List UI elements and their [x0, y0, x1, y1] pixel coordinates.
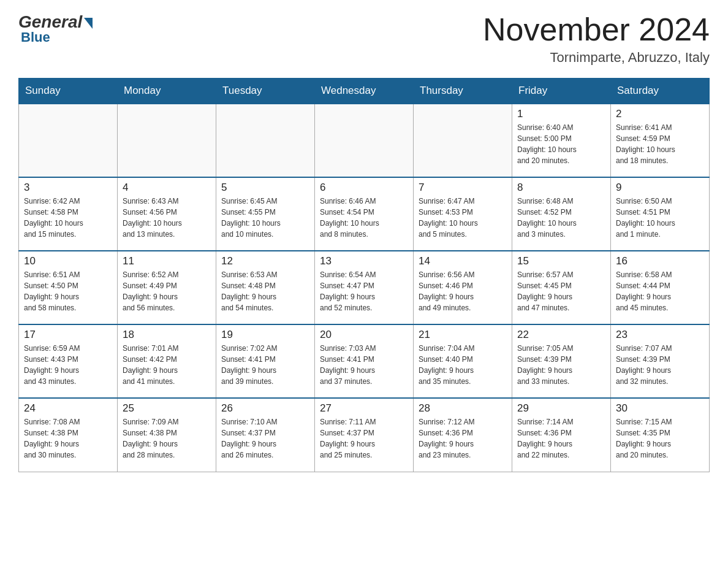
calendar-cell: 15Sunrise: 6:57 AM Sunset: 4:45 PM Dayli…: [512, 251, 611, 324]
day-info: Sunrise: 6:59 AM Sunset: 4:43 PM Dayligh…: [24, 343, 112, 387]
day-info: Sunrise: 6:46 AM Sunset: 4:54 PM Dayligh…: [320, 196, 408, 240]
day-number: 2: [616, 108, 704, 120]
calendar-cell: 2Sunrise: 6:41 AM Sunset: 4:59 PM Daylig…: [611, 104, 710, 177]
day-info: Sunrise: 6:43 AM Sunset: 4:56 PM Dayligh…: [123, 196, 211, 240]
day-info: Sunrise: 7:14 AM Sunset: 4:36 PM Dayligh…: [517, 416, 605, 461]
day-info: Sunrise: 7:15 AM Sunset: 4:35 PM Dayligh…: [616, 416, 704, 461]
calendar-cell: 12Sunrise: 6:53 AM Sunset: 4:48 PM Dayli…: [216, 251, 315, 324]
day-info: Sunrise: 7:05 AM Sunset: 4:39 PM Dayligh…: [517, 343, 605, 387]
calendar-cell: 27Sunrise: 7:11 AM Sunset: 4:37 PM Dayli…: [315, 398, 414, 472]
calendar-cell: 18Sunrise: 7:01 AM Sunset: 4:42 PM Dayli…: [118, 324, 216, 398]
calendar-table: SundayMondayTuesdayWednesdayThursdayFrid…: [18, 78, 710, 472]
day-info: Sunrise: 6:42 AM Sunset: 4:58 PM Dayligh…: [24, 196, 112, 240]
calendar-cell: 19Sunrise: 7:02 AM Sunset: 4:41 PM Dayli…: [216, 324, 315, 398]
title-section: November 2024 Tornimparte, Abruzzo, Ital…: [483, 12, 710, 66]
day-number: 30: [616, 402, 704, 415]
day-info: Sunrise: 7:03 AM Sunset: 4:41 PM Dayligh…: [320, 343, 408, 387]
day-info: Sunrise: 6:54 AM Sunset: 4:47 PM Dayligh…: [320, 269, 408, 313]
calendar-cell: 6Sunrise: 6:46 AM Sunset: 4:54 PM Daylig…: [315, 177, 414, 251]
calendar-header-friday: Friday: [512, 79, 611, 104]
calendar-cell: [414, 104, 512, 177]
calendar-cell: [315, 104, 414, 177]
day-number: 15: [517, 255, 605, 267]
calendar-cell: 20Sunrise: 7:03 AM Sunset: 4:41 PM Dayli…: [315, 324, 414, 398]
day-number: 9: [616, 182, 704, 194]
calendar-cell: [118, 104, 216, 177]
calendar-header-tuesday: Tuesday: [216, 79, 315, 104]
day-info: Sunrise: 6:58 AM Sunset: 4:44 PM Dayligh…: [616, 269, 704, 313]
day-number: 22: [517, 329, 605, 341]
week-row-2: 3Sunrise: 6:42 AM Sunset: 4:58 PM Daylig…: [19, 177, 710, 251]
day-number: 21: [419, 329, 507, 341]
calendar-cell: 16Sunrise: 6:58 AM Sunset: 4:44 PM Dayli…: [611, 251, 710, 324]
calendar-cell: 23Sunrise: 7:07 AM Sunset: 4:39 PM Dayli…: [611, 324, 710, 398]
calendar-cell: 3Sunrise: 6:42 AM Sunset: 4:58 PM Daylig…: [19, 177, 118, 251]
day-number: 26: [221, 402, 309, 415]
day-number: 24: [24, 402, 112, 415]
calendar-cell: 17Sunrise: 6:59 AM Sunset: 4:43 PM Dayli…: [19, 324, 118, 398]
month-title: November 2024: [483, 12, 710, 47]
day-info: Sunrise: 6:45 AM Sunset: 4:55 PM Dayligh…: [221, 196, 309, 240]
day-number: 17: [24, 329, 112, 341]
calendar-cell: 25Sunrise: 7:09 AM Sunset: 4:38 PM Dayli…: [118, 398, 216, 472]
day-number: 6: [320, 182, 408, 194]
day-info: Sunrise: 6:53 AM Sunset: 4:48 PM Dayligh…: [221, 269, 309, 313]
day-info: Sunrise: 7:04 AM Sunset: 4:40 PM Dayligh…: [419, 343, 507, 387]
day-number: 13: [320, 255, 408, 267]
day-number: 5: [221, 182, 309, 194]
calendar-cell: 29Sunrise: 7:14 AM Sunset: 4:36 PM Dayli…: [512, 398, 611, 472]
calendar-cell: [19, 104, 118, 177]
day-number: 10: [24, 255, 112, 267]
calendar-cell: 13Sunrise: 6:54 AM Sunset: 4:47 PM Dayli…: [315, 251, 414, 324]
calendar-cell: 28Sunrise: 7:12 AM Sunset: 4:36 PM Dayli…: [414, 398, 512, 472]
day-number: 8: [517, 182, 605, 194]
calendar-cell: 4Sunrise: 6:43 AM Sunset: 4:56 PM Daylig…: [118, 177, 216, 251]
page-header: General Blue November 2024 Tornimparte, …: [18, 12, 710, 66]
calendar-header-row: SundayMondayTuesdayWednesdayThursdayFrid…: [19, 79, 710, 104]
week-row-1: 1Sunrise: 6:40 AM Sunset: 5:00 PM Daylig…: [19, 104, 710, 177]
day-info: Sunrise: 7:08 AM Sunset: 4:38 PM Dayligh…: [24, 416, 112, 461]
calendar-cell: 24Sunrise: 7:08 AM Sunset: 4:38 PM Dayli…: [19, 398, 118, 472]
logo-arrow-icon: [84, 18, 93, 29]
calendar-cell: 14Sunrise: 6:56 AM Sunset: 4:46 PM Dayli…: [414, 251, 512, 324]
day-number: 11: [123, 255, 211, 267]
day-number: 23: [616, 329, 704, 341]
day-number: 29: [517, 402, 605, 415]
day-number: 27: [320, 402, 408, 415]
day-number: 12: [221, 255, 309, 267]
calendar-cell: 26Sunrise: 7:10 AM Sunset: 4:37 PM Dayli…: [216, 398, 315, 472]
week-row-3: 10Sunrise: 6:51 AM Sunset: 4:50 PM Dayli…: [19, 251, 710, 324]
day-info: Sunrise: 7:09 AM Sunset: 4:38 PM Dayligh…: [123, 416, 211, 461]
calendar-header-sunday: Sunday: [19, 79, 118, 104]
day-number: 16: [616, 255, 704, 267]
day-number: 20: [320, 329, 408, 341]
logo: General Blue: [18, 12, 93, 45]
day-info: Sunrise: 6:51 AM Sunset: 4:50 PM Dayligh…: [24, 269, 112, 313]
calendar-cell: 8Sunrise: 6:48 AM Sunset: 4:52 PM Daylig…: [512, 177, 611, 251]
calendar-cell: 30Sunrise: 7:15 AM Sunset: 4:35 PM Dayli…: [611, 398, 710, 472]
day-number: 4: [123, 182, 211, 194]
calendar-cell: 1Sunrise: 6:40 AM Sunset: 5:00 PM Daylig…: [512, 104, 611, 177]
day-info: Sunrise: 6:41 AM Sunset: 4:59 PM Dayligh…: [616, 122, 704, 166]
day-number: 25: [123, 402, 211, 415]
day-info: Sunrise: 6:47 AM Sunset: 4:53 PM Dayligh…: [419, 196, 507, 240]
calendar-cell: 5Sunrise: 6:45 AM Sunset: 4:55 PM Daylig…: [216, 177, 315, 251]
calendar-cell: [216, 104, 315, 177]
week-row-5: 24Sunrise: 7:08 AM Sunset: 4:38 PM Dayli…: [19, 398, 710, 472]
day-number: 28: [419, 402, 507, 415]
calendar-cell: 22Sunrise: 7:05 AM Sunset: 4:39 PM Dayli…: [512, 324, 611, 398]
calendar-header-monday: Monday: [118, 79, 216, 104]
logo-blue-text: Blue: [21, 29, 50, 45]
day-info: Sunrise: 6:57 AM Sunset: 4:45 PM Dayligh…: [517, 269, 605, 313]
day-info: Sunrise: 7:01 AM Sunset: 4:42 PM Dayligh…: [123, 343, 211, 387]
day-number: 3: [24, 182, 112, 194]
calendar-header-saturday: Saturday: [611, 79, 710, 104]
calendar-cell: 9Sunrise: 6:50 AM Sunset: 4:51 PM Daylig…: [611, 177, 710, 251]
day-info: Sunrise: 6:40 AM Sunset: 5:00 PM Dayligh…: [517, 122, 605, 166]
calendar-cell: 10Sunrise: 6:51 AM Sunset: 4:50 PM Dayli…: [19, 251, 118, 324]
day-info: Sunrise: 7:02 AM Sunset: 4:41 PM Dayligh…: [221, 343, 309, 387]
day-number: 7: [419, 182, 507, 194]
calendar-cell: 21Sunrise: 7:04 AM Sunset: 4:40 PM Dayli…: [414, 324, 512, 398]
calendar-cell: 7Sunrise: 6:47 AM Sunset: 4:53 PM Daylig…: [414, 177, 512, 251]
calendar-cell: 11Sunrise: 6:52 AM Sunset: 4:49 PM Dayli…: [118, 251, 216, 324]
